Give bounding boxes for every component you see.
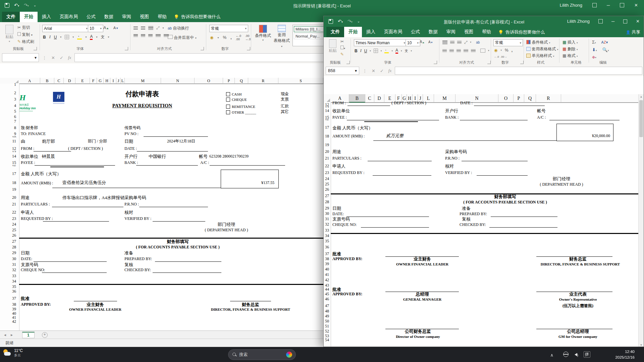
column-header-R[interactable]: R: [536, 94, 561, 103]
conditional-format-button[interactable]: 条件格式 ▾: [254, 25, 272, 42]
column-header-N[interactable]: N: [161, 78, 195, 84]
number-dialog-launcher[interactable]: [247, 47, 250, 50]
row-header-11[interactable]: 11: [1, 139, 16, 144]
row-header-25[interactable]: 25: [1, 228, 16, 233]
align-right-icon[interactable]: [457, 49, 461, 52]
tab-页面布局[interactable]: 页面布局: [380, 27, 407, 37]
row-header-48[interactable]: 48: [324, 309, 329, 314]
row-header-10[interactable]: 10: [1, 135, 16, 137]
front-minimize-icon[interactable]: ─: [611, 19, 614, 24]
undo-icon[interactable]: ↶▾: [14, 3, 19, 8]
redo-icon[interactable]: ↷▾: [347, 19, 353, 24]
column-header-C[interactable]: C: [54, 78, 64, 84]
column-header-S[interactable]: S: [278, 78, 323, 84]
row-header-40[interactable]: 40: [324, 267, 329, 272]
checkbox-icon[interactable]: [226, 110, 230, 114]
front-name-box[interactable]: B58▾: [326, 67, 359, 75]
row-header-36[interactable]: 36: [324, 245, 329, 250]
row-header-34[interactable]: 34: [1, 279, 16, 284]
find-select-icon[interactable]: 🔍: [602, 47, 607, 52]
sheet-tab-1[interactable]: 1: [22, 332, 35, 338]
column-header-P[interactable]: P: [514, 94, 524, 103]
column-header-E[interactable]: E: [75, 78, 90, 84]
column-header-O[interactable]: O: [195, 78, 223, 84]
row-header-26[interactable]: 26: [324, 187, 329, 192]
fx-icon[interactable]: fx: [388, 68, 391, 73]
decimal-buttons[interactable]: ←.0 .00→: [494, 55, 507, 58]
row-header-38[interactable]: 38: [1, 302, 16, 307]
row-header-24[interactable]: 24: [324, 176, 329, 181]
bold-button[interactable]: B: [43, 35, 46, 40]
tab-文件[interactable]: 文件: [2, 12, 20, 22]
front-formula-input[interactable]: [395, 67, 642, 75]
font-color-icon[interactable]: A: [90, 34, 93, 40]
back-restore-icon[interactable]: [620, 3, 624, 7]
decrease-decimal-icon[interactable]: .00→.0: [245, 34, 251, 41]
increase-indent-icon[interactable]: [471, 49, 476, 52]
redo-icon[interactable]: ↷▾: [24, 3, 29, 8]
tab-审阅[interactable]: 审阅: [442, 27, 460, 37]
tab-公式[interactable]: 公式: [82, 12, 100, 22]
row-header-19[interactable]: 19: [1, 187, 16, 192]
borders-icon[interactable]: [65, 35, 69, 39]
back-close-icon[interactable]: ✕: [634, 3, 638, 8]
ribbon-display-icon[interactable]: [598, 19, 603, 23]
cancel-icon[interactable]: ✕: [51, 55, 55, 60]
tab-页面布局[interactable]: 页面布局: [55, 12, 82, 22]
merge-center-icon[interactable]: [480, 49, 485, 53]
align-left-icon[interactable]: [133, 34, 138, 37]
row-header-36[interactable]: 36: [1, 289, 16, 294]
format-as-table-button[interactable]: 套用表格格式 ▾: [273, 25, 290, 48]
fill-icon[interactable]: ⬇: [592, 47, 596, 52]
tray-volume[interactable]: ): [575, 352, 578, 358]
row-header-51[interactable]: 51: [324, 324, 329, 329]
row-header-37[interactable]: 37: [324, 251, 329, 256]
scroll-up-icon[interactable]: ▴: [639, 94, 644, 99]
row-header-18[interactable]: 18: [324, 134, 329, 139]
row-header-30[interactable]: 30: [324, 211, 329, 216]
save-icon[interactable]: [328, 19, 333, 24]
fx-icon[interactable]: fx: [68, 55, 71, 60]
row-header-14[interactable]: 14: [324, 108, 329, 113]
back-minimize-icon[interactable]: ─: [607, 3, 610, 8]
row-header-18[interactable]: 18: [1, 180, 16, 185]
column-header-blank[interactable]: [561, 94, 644, 103]
scroll-down-icon[interactable]: ▾: [639, 343, 644, 347]
row-header-31[interactable]: 31: [1, 262, 16, 267]
row-header-22[interactable]: 22: [324, 164, 329, 169]
front-tellme[interactable]: 💡 告诉我你想要做什么: [495, 29, 545, 37]
cell-styles-button[interactable]: 单元格样式 ▾: [526, 53, 558, 59]
column-header-Q[interactable]: Q: [524, 94, 536, 103]
tab-数据[interactable]: 数据: [424, 27, 442, 37]
row-header-42[interactable]: 42: [1, 319, 16, 324]
wrap-text-icon[interactable]: ab: [476, 41, 480, 44]
row-header-49[interactable]: 49: [324, 314, 329, 319]
autosum-icon[interactable]: Σ: [592, 40, 595, 45]
tab-审阅[interactable]: 审阅: [118, 12, 136, 22]
row-header-28[interactable]: 28: [324, 199, 329, 204]
decrease-indent-icon[interactable]: [464, 49, 468, 52]
row-header-13[interactable]: 13: [324, 105, 329, 108]
conditional-format-button[interactable]: 条件格式 ▾: [526, 40, 558, 45]
number-format-combo[interactable]: 常规▾: [209, 25, 248, 32]
borders-icon[interactable]: [374, 49, 378, 53]
merge-center-button[interactable]: 合并后居中 ▾: [168, 35, 197, 41]
column-header-I[interactable]: I: [110, 78, 116, 84]
row-header-14[interactable]: 14: [1, 154, 16, 159]
number-dialog-launcher[interactable]: [520, 61, 524, 64]
clear-icon[interactable]: ◆: [592, 55, 595, 59]
align-middle-icon[interactable]: [450, 41, 454, 44]
column-header-D[interactable]: D: [64, 78, 75, 84]
row-header-23[interactable]: 23: [324, 170, 329, 175]
grow-font-button[interactable]: A▲: [103, 25, 109, 30]
tab-插入[interactable]: 插入: [38, 12, 55, 22]
row-header-30[interactable]: 30: [1, 256, 16, 261]
tab-公式[interactable]: 公式: [407, 27, 424, 37]
qat-customize-icon[interactable]: ⌄: [357, 19, 360, 23]
clipboard-dialog-launcher[interactable]: [34, 47, 37, 50]
clipboard-dialog-launcher[interactable]: [346, 61, 350, 64]
format-painter-button[interactable]: ✎: [340, 52, 345, 57]
row-header-24[interactable]: 24: [1, 222, 16, 227]
row-header-35[interactable]: 35: [324, 239, 329, 244]
tab-开始[interactable]: 开始: [20, 12, 38, 22]
